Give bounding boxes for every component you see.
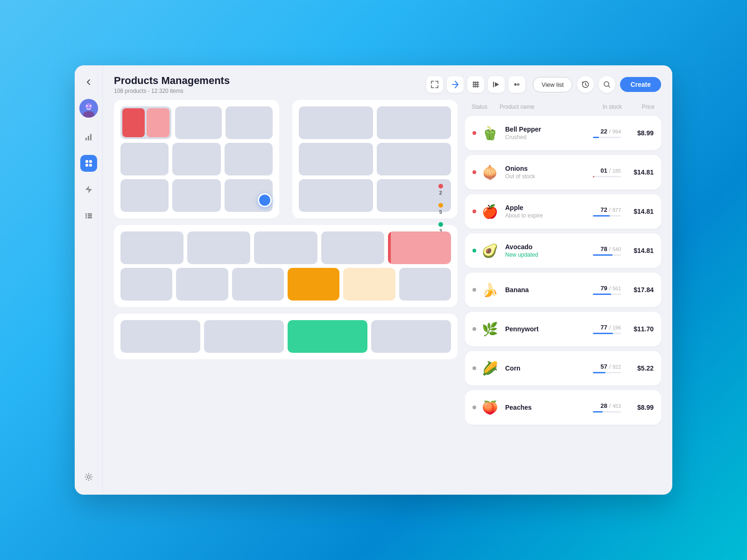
- svg-rect-13: [85, 215, 92, 217]
- stock-bar-fill: [593, 294, 611, 295]
- product-price: $11.70: [621, 325, 654, 333]
- top-grids: [114, 100, 458, 218]
- product-stock: 72 / 877: [579, 206, 621, 217]
- grid-block-right: [292, 100, 458, 218]
- product-stock: 79 / 561: [579, 285, 621, 295]
- product-card[interactable]: 🌿 Pennywort 77 / 196 $11.70: [465, 312, 661, 346]
- product-card[interactable]: 🍑 Peaches 28 / 453 $8.99: [465, 390, 661, 425]
- col-product: Product name: [500, 104, 580, 110]
- grid-cell-2c: [225, 143, 273, 175]
- product-info: Apple About to expire: [500, 204, 579, 219]
- expand-tool-button[interactable]: [426, 76, 443, 93]
- product-status: 🌿: [472, 318, 500, 340]
- stock-total: 994: [613, 129, 621, 134]
- stock-bar: [593, 215, 621, 217]
- product-price: $14.81: [621, 208, 654, 215]
- product-sub: Out of stock: [505, 173, 574, 180]
- stock-nums: 78 / 540: [579, 245, 621, 252]
- canvas-area: 2 5 3 98: [114, 100, 458, 485]
- product-stock: 22 / 994: [579, 128, 621, 138]
- grid-cell-b1b: [187, 231, 250, 264]
- svg-rect-6: [88, 136, 89, 140]
- stock-bar-fill: [593, 137, 599, 138]
- status-dot: [472, 327, 476, 331]
- view-list-button[interactable]: View list: [533, 77, 572, 92]
- product-name: Bell Pepper: [505, 126, 574, 133]
- stock-bar-fill: [593, 411, 603, 413]
- sidebar-item-layers[interactable]: [80, 207, 97, 224]
- grid-cell-b2e: [343, 268, 395, 301]
- grid-block-bottom: [114, 225, 458, 307]
- product-image: 🍎: [479, 201, 500, 222]
- create-button[interactable]: Create: [620, 77, 661, 92]
- product-card[interactable]: 🍎 Apple About to expire 72 / 877 $14.81: [465, 194, 661, 229]
- product-card[interactable]: 🥑 Avocado New updated 78 / 540 $14.81: [465, 233, 661, 268]
- sidebar-item-analytics[interactable]: [80, 129, 97, 146]
- grid-cell-r3a: [299, 179, 373, 212]
- grid-cell-split: [120, 106, 171, 139]
- product-status: 🥑: [472, 240, 500, 261]
- stock-bar: [593, 137, 621, 138]
- status-dot: [472, 210, 476, 213]
- product-card[interactable]: 🌽 Corn 57 / 922 $5.22: [465, 351, 661, 385]
- sidebar-item-products[interactable]: [80, 155, 97, 172]
- header: Products Managements 108 products - 12.3…: [103, 65, 672, 100]
- product-image: 🧅: [479, 161, 500, 183]
- svg-rect-15: [87, 213, 88, 218]
- table-header: Status Product name In stock Price: [465, 100, 661, 114]
- legend-item-1: 2: [438, 184, 443, 196]
- svg-rect-12: [85, 213, 92, 215]
- stock-total: 877: [613, 207, 621, 213]
- product-card[interactable]: 🧅 Onions Out of stock 01 / 185 $14.81: [465, 155, 661, 189]
- back-button[interactable]: [81, 75, 96, 90]
- grid-row-b2: [120, 268, 451, 301]
- stock-bar: [593, 176, 621, 177]
- sidebar-item-flash[interactable]: [80, 181, 97, 198]
- status-dot: [472, 170, 476, 174]
- stock-total: 196: [613, 325, 621, 330]
- product-price: $5.22: [621, 364, 654, 372]
- stock-bar-fill: [593, 333, 613, 334]
- col-instock: In stock: [580, 104, 622, 110]
- grid-cell-b1e-wrapper: [388, 231, 451, 264]
- navigate-tool-button[interactable]: [447, 76, 464, 93]
- product-name: Pennywort: [505, 325, 574, 333]
- legend-dot-red: [438, 184, 443, 189]
- product-sub: Crushed: [505, 134, 574, 140]
- product-card[interactable]: 🍌 Banana 79 / 561 $17.84: [465, 273, 661, 307]
- product-image: 🍌: [479, 279, 500, 301]
- grid-cell-t1b: [204, 320, 284, 353]
- stock-bar: [593, 294, 621, 295]
- grid-cell-b2c: [232, 268, 284, 301]
- product-info: Peaches: [500, 404, 579, 411]
- product-info: Onions Out of stock: [500, 165, 579, 180]
- grid-row-b1: [120, 231, 451, 264]
- stock-total: 185: [613, 168, 621, 174]
- stock-current: 72: [600, 206, 607, 213]
- product-image: 🥑: [479, 240, 500, 261]
- product-stock: 77 / 196: [579, 324, 621, 334]
- page-subtitle: 108 products - 12.320 items: [114, 88, 419, 94]
- product-card[interactable]: 🫑 Bell Pepper Crushed 22 / 994 $8.99: [465, 116, 661, 150]
- stock-bar: [593, 372, 621, 373]
- stock-total: 922: [613, 364, 621, 370]
- grid-cell-b1a: [120, 231, 183, 264]
- grid-cell-t1a: [120, 320, 200, 353]
- grid-cell-3a: [120, 179, 169, 212]
- product-image: 🌿: [479, 318, 500, 340]
- grid-cell-b2d: [288, 268, 339, 301]
- grid-cell-3b: [172, 179, 220, 212]
- stock-nums: 22 / 994: [579, 128, 621, 135]
- avatar[interactable]: [79, 99, 98, 118]
- pattern-tool-button[interactable]: [467, 76, 484, 93]
- dots-tool-button[interactable]: [508, 76, 525, 93]
- product-info: Banana: [500, 286, 579, 294]
- play-tool-button[interactable]: [488, 76, 505, 93]
- product-info: Corn: [500, 364, 579, 372]
- settings-icon[interactable]: [80, 469, 97, 485]
- history-button[interactable]: [577, 76, 594, 93]
- svg-point-3: [86, 105, 88, 107]
- search-button[interactable]: [599, 76, 615, 93]
- stock-bar: [593, 254, 621, 256]
- stock-nums: 28 / 453: [579, 402, 621, 409]
